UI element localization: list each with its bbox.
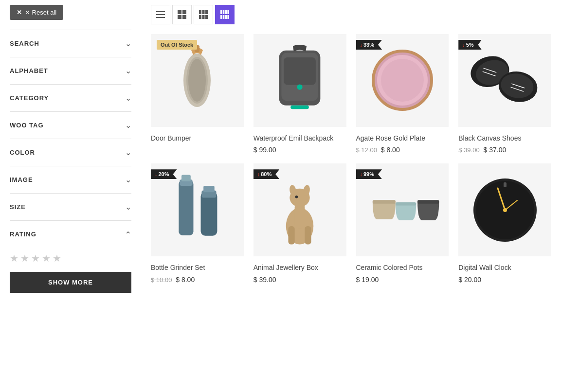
svg-rect-29 xyxy=(290,106,309,109)
product-name[interactable]: Bottle Grinder Set xyxy=(151,263,244,273)
product-price: $ 39.00 xyxy=(253,276,346,284)
main-content: Out Of Stock Door Bumper xyxy=(141,0,561,392)
chevron-down-icon: ⌄ xyxy=(125,66,131,75)
jewellery-image xyxy=(268,171,331,249)
svg-rect-10 xyxy=(199,15,201,19)
star-rating[interactable]: ★ ★ ★ ★ ★ xyxy=(10,252,131,264)
product-price: $ 39.00 $ 37.00 xyxy=(458,146,551,154)
filter-size-header[interactable]: SIZE ⌄ xyxy=(10,194,131,220)
backpack-image xyxy=(263,41,336,119)
svg-rect-0 xyxy=(156,11,165,12)
svg-rect-17 xyxy=(220,15,222,19)
star-3: ★ xyxy=(31,252,40,264)
view-toggles xyxy=(151,5,551,24)
filter-image: IMAGE ⌄ xyxy=(10,166,131,193)
product-card: ↓33% Agate Rose Gold Plate $ 12.00 $ 8.0… xyxy=(356,34,449,154)
filter-rating-header[interactable]: RATING ⌄ xyxy=(10,221,131,248)
filter-color: COLOR ⌄ xyxy=(10,139,131,166)
pots-image xyxy=(363,181,441,239)
product-image-plate: ↓33% xyxy=(356,34,449,127)
reset-all-button[interactable]: ✕ ✕ Reset all xyxy=(10,5,63,20)
product-card: ↓5% Black xyxy=(458,34,551,154)
shoes-image xyxy=(466,46,544,114)
out-of-stock-badge: Out Of Stock xyxy=(157,40,197,50)
product-name[interactable]: Animal Jewellery Box xyxy=(253,263,346,273)
chevron-down-icon: ⌄ xyxy=(125,121,131,130)
filter-rating: RATING ⌄ ★ ★ ★ ★ ★ SHOW MORE xyxy=(10,220,131,298)
close-icon: ✕ xyxy=(17,9,22,16)
svg-rect-4 xyxy=(182,10,186,14)
filter-image-header[interactable]: IMAGE ⌄ xyxy=(10,166,131,193)
filter-alphabet: ALPHABET ⌄ xyxy=(10,57,131,84)
svg-rect-49 xyxy=(305,226,311,245)
svg-rect-8 xyxy=(202,10,205,14)
product-card: ↓99% Cera xyxy=(356,163,449,283)
product-name[interactable]: Digital Wall Clock xyxy=(458,263,551,273)
chevron-down-icon: ⌄ xyxy=(125,93,131,103)
price-current: $ 37.00 xyxy=(484,146,507,154)
grid3-view-button[interactable] xyxy=(194,5,213,24)
chevron-up-icon: ⌄ xyxy=(125,230,131,239)
filter-search: SEARCH ⌄ xyxy=(10,30,131,57)
grid4-view-button[interactable] xyxy=(215,5,235,24)
product-name[interactable]: Door Bumper xyxy=(151,134,244,143)
filter-size: SIZE ⌄ xyxy=(10,193,131,220)
svg-point-62 xyxy=(503,208,507,212)
filter-alphabet-label: ALPHABET xyxy=(10,67,48,74)
svg-rect-56 xyxy=(396,202,416,206)
product-card: Waterproof Emil Backpack $ 99.00 xyxy=(253,34,346,154)
product-name[interactable]: Ceramic Colored Pots xyxy=(356,263,449,273)
arrow-down-icon: ↓ xyxy=(155,171,158,177)
filter-color-header[interactable]: COLOR ⌄ xyxy=(10,139,131,166)
price-original: $ 12.00 xyxy=(356,146,377,154)
product-name[interactable]: Waterproof Emil Backpack xyxy=(253,134,346,143)
chevron-down-icon: ⌄ xyxy=(125,202,131,212)
svg-rect-12 xyxy=(205,15,208,19)
grid2-view-button[interactable] xyxy=(172,5,192,24)
list-view-icon xyxy=(156,10,165,19)
arrow-down-icon: ↓ xyxy=(257,171,260,177)
list-view-button[interactable] xyxy=(151,5,170,24)
plate-image xyxy=(366,44,439,117)
sidebar: ✕ ✕ Reset all SEARCH ⌄ ALPHABET ⌄ CATEGO… xyxy=(0,0,141,392)
svg-rect-18 xyxy=(223,15,225,19)
svg-rect-11 xyxy=(202,15,205,19)
svg-point-28 xyxy=(297,85,302,90)
filter-woo-tag-header[interactable]: WOO TAG ⌄ xyxy=(10,112,131,139)
svg-rect-63 xyxy=(504,182,507,187)
product-image-shoes: ↓5% xyxy=(458,34,551,127)
filter-search-label: SEARCH xyxy=(10,40,39,47)
discount-badge: ↓99% xyxy=(356,169,382,179)
svg-rect-48 xyxy=(289,226,295,245)
door-bumper-image xyxy=(168,41,226,119)
product-price: $ 19.00 xyxy=(356,276,449,284)
price-current: $ 8.00 xyxy=(381,146,400,154)
arrow-down-icon: ↓ xyxy=(462,42,465,48)
svg-rect-13 xyxy=(220,10,222,14)
svg-rect-57 xyxy=(417,200,439,204)
svg-rect-2 xyxy=(156,17,165,18)
svg-rect-1 xyxy=(156,14,165,15)
price-original: $ 39.00 xyxy=(458,146,479,154)
show-more-button[interactable]: SHOW MORE xyxy=(10,272,131,293)
filter-search-header[interactable]: SEARCH ⌄ xyxy=(10,30,131,57)
product-grid: Out Of Stock Door Bumper xyxy=(151,34,551,284)
product-name[interactable]: Agate Rose Gold Plate xyxy=(356,134,449,143)
product-card: Out Of Stock Door Bumper xyxy=(151,34,244,154)
filter-color-label: COLOR xyxy=(10,149,35,156)
svg-rect-7 xyxy=(199,10,201,14)
filter-alphabet-header[interactable]: ALPHABET ⌄ xyxy=(10,57,131,84)
svg-rect-6 xyxy=(182,15,186,19)
svg-rect-15 xyxy=(225,10,227,14)
svg-rect-5 xyxy=(178,15,181,19)
filter-category-header[interactable]: CATEGORY ⌄ xyxy=(10,85,131,111)
star-2: ★ xyxy=(20,252,29,264)
filter-rating-label: RATING xyxy=(10,231,36,238)
svg-rect-41 xyxy=(179,180,194,235)
filter-woo-tag-label: WOO TAG xyxy=(10,122,44,129)
show-more-label: SHOW MORE xyxy=(48,279,93,286)
svg-point-32 xyxy=(381,59,424,102)
svg-rect-20 xyxy=(227,15,229,19)
chevron-down-icon: ⌄ xyxy=(125,175,131,184)
product-name[interactable]: Black Canvas Shoes xyxy=(458,134,551,143)
